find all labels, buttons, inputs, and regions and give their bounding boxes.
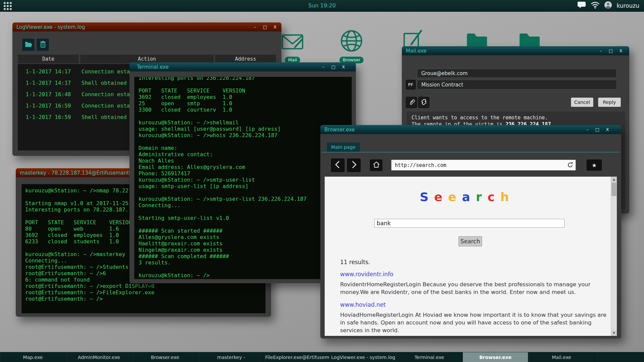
terminal-titlebar[interactable]: Terminal.exe – □ X	[129, 62, 356, 71]
maximize-icon[interactable]: □	[263, 22, 267, 32]
log-date: 1-1-2017 16:59	[18, 112, 79, 123]
taskbar-item-browser-2-active[interactable]: Browser.exe	[463, 352, 529, 362]
maximize-icon[interactable]: □	[595, 125, 600, 134]
result-link[interactable]: www.rovidentr.info	[340, 271, 393, 278]
chat-icon[interactable]	[577, 1, 586, 10]
forward-button[interactable]	[347, 159, 361, 172]
trash-icon	[40, 40, 46, 50]
log-action: Connection esta	[82, 100, 130, 112]
chevron-left-icon	[331, 158, 344, 172]
wifi-icon[interactable]	[591, 1, 600, 10]
maximize-icon[interactable]: □	[331, 62, 336, 71]
open-log-button[interactable]	[22, 38, 35, 51]
window-browser: Browser.exe – □ X Main page	[320, 125, 621, 339]
cancel-button[interactable]: Cancel	[571, 98, 593, 107]
taskbar-item-masterkey[interactable]: masterkey -	[198, 352, 264, 362]
reply-button[interactable]: Reply	[598, 98, 621, 107]
terminal-text: Interesting ports on 236.226.224.187 POR…	[135, 77, 352, 279]
refresh-icon[interactable]	[567, 162, 574, 170]
minimize-icon[interactable]: –	[253, 22, 257, 32]
log-date: 1-1-2017 14:17	[18, 66, 79, 77]
logviewer-titlebar[interactable]: LogViewer.exe - system.log – □ X	[12, 22, 281, 32]
result-link[interactable]: www.hoviad.net	[340, 301, 386, 308]
desktop-icon-browser[interactable]: Browser	[338, 28, 365, 63]
chevron-right-icon	[347, 158, 360, 172]
column-header-date: Date	[18, 55, 79, 63]
log-date: 1-1-2017 16:59	[18, 100, 79, 112]
paperclip-icon	[408, 98, 415, 107]
bookmark-star-button[interactable]: ★	[587, 160, 602, 171]
taskbar-item-adminmonitor[interactable]: AdminMonitor.exe	[66, 352, 132, 362]
log-date: 1-1-2017 14:17	[18, 77, 79, 89]
back-button[interactable]	[331, 159, 344, 172]
globe-icon	[339, 28, 364, 55]
taskbar-item-map[interactable]: Map.exe	[0, 352, 66, 362]
taskbar-item-terminal[interactable]: Terminal.exe	[396, 352, 463, 362]
close-icon[interactable]: X	[605, 125, 610, 134]
clock: Sun 19:20	[0, 0, 644, 11]
minimize-icon[interactable]: –	[321, 62, 326, 71]
mail-envelope-icon	[281, 29, 304, 55]
log-date: 1-1-2017 16:48	[18, 89, 79, 100]
mail-link-button[interactable]	[418, 97, 429, 108]
log-action: Shell obtained	[82, 77, 127, 89]
logo-letter: c	[487, 190, 500, 204]
close-icon[interactable]: X	[619, 46, 623, 55]
open-folder-icon	[24, 41, 33, 49]
terminal-title: Terminal.exe	[133, 64, 169, 70]
logo-letter: a	[462, 190, 476, 204]
mail-titlebar[interactable]: Mail.exe – □ X	[402, 46, 629, 55]
close-icon[interactable]: X	[273, 22, 277, 32]
taskbar-item-fileexplorer[interactable]: FileExplorer.exe@Ertifusem	[264, 352, 330, 362]
url-input[interactable]	[391, 160, 576, 170]
avatar-icon[interactable]	[604, 1, 612, 10]
logo-letter: S	[420, 190, 434, 204]
logo-letter: r	[476, 190, 488, 204]
username[interactable]: kurouzu	[616, 2, 639, 9]
home-icon	[372, 161, 381, 170]
top-bar: Sun 19:20 kurouzu	[0, 0, 644, 12]
desktop-icon-mail[interactable]: Mail	[280, 29, 305, 63]
mail-pf-button[interactable]: PF	[406, 80, 416, 89]
home-button[interactable]	[370, 160, 382, 171]
mail-title: Mail.exe	[406, 48, 427, 54]
mail-subject-field[interactable]: Mission Contract	[417, 80, 617, 89]
logo-letter: e	[448, 190, 462, 204]
log-action: Connection esta	[82, 89, 130, 100]
masterkey-title: masterkey - 78.228.187.134@Ertifusemanth	[20, 170, 132, 176]
browser-title: Browser.exe	[324, 127, 355, 133]
tab-main-page[interactable]: Main page	[327, 142, 360, 152]
result-snippet: HoviadHomeRegisterLogin At Hoviad we kno…	[340, 311, 608, 334]
page-search-button[interactable]: Search	[459, 236, 482, 246]
mail-attach-button[interactable]	[406, 97, 417, 108]
logo-letter: e	[434, 190, 448, 204]
taskbar-item-mail[interactable]: Mail.exe	[529, 352, 595, 362]
result-snippet: RovidentrHomeRegisterLogin Because you d…	[340, 281, 608, 296]
url-bar[interactable]	[391, 160, 576, 171]
tab-underline	[322, 152, 620, 153]
browser-titlebar[interactable]: Browser.exe – □ X	[320, 125, 621, 134]
minimize-icon[interactable]: –	[598, 46, 603, 55]
taskbar-item-logviewer[interactable]: LogViewer.exe - system.log	[330, 352, 396, 362]
taskbar-item-browser-1[interactable]: Browser.exe	[132, 352, 198, 362]
scrollbar[interactable]: ▲ ▼	[611, 177, 617, 336]
clear-log-button[interactable]	[36, 38, 49, 51]
page-search-input[interactable]	[374, 219, 565, 228]
taskbar: Map.exe AdminMonitor.exe Browser.exe mas…	[0, 352, 644, 362]
scroll-down-icon[interactable]: ▼	[611, 330, 617, 336]
scrollbar-thumb[interactable]	[611, 183, 616, 196]
seearch-logo: Seearch	[325, 190, 610, 204]
log-action: Connection esta	[82, 66, 130, 77]
browser-page: Seearch Search 11 results. www.rovidentr…	[325, 177, 617, 336]
logviewer-title: LogViewer.exe - system.log	[16, 24, 85, 30]
terminal-output[interactable]: Interesting ports on 236.226.224.187 POR…	[134, 77, 352, 279]
minimize-icon[interactable]: –	[585, 125, 590, 134]
scroll-up-icon[interactable]: ▲	[611, 177, 617, 182]
mail-from-field[interactable]: Groue@ebelk.com	[417, 69, 617, 78]
close-icon[interactable]: X	[341, 62, 346, 71]
log-action: Shell obtained	[82, 112, 127, 123]
maximize-icon[interactable]: □	[608, 46, 613, 55]
link-icon	[420, 98, 428, 107]
logo-letter: h	[500, 190, 515, 204]
results-count: 11 results.	[340, 259, 370, 265]
